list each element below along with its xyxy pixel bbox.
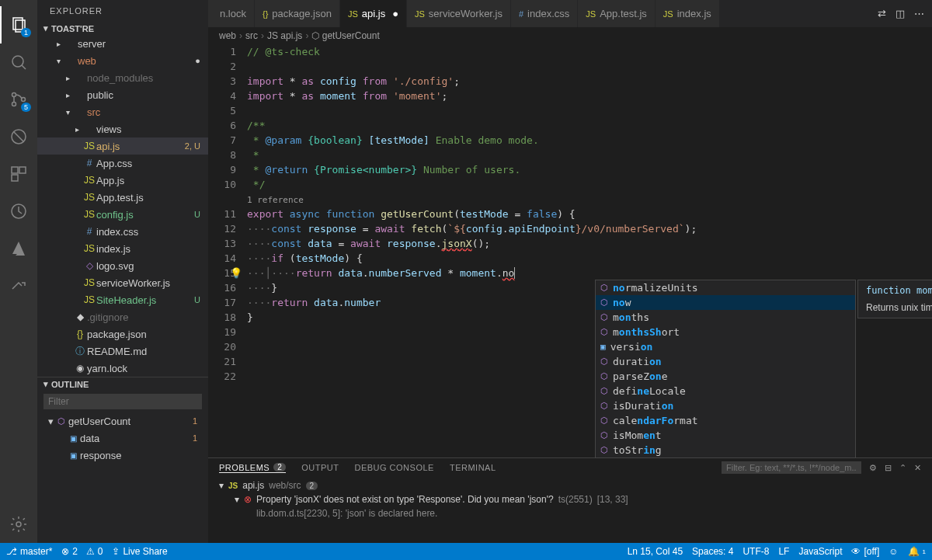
tree-item-index-css[interactable]: #index.css [37, 223, 208, 240]
panel-tab-problems[interactable]: PROBLEMS 2 [219, 463, 286, 473]
close-icon[interactable]: ✕ [914, 463, 921, 473]
activity-azure-icon[interactable] [0, 230, 37, 267]
project-header[interactable]: ▾TOAST'RE [37, 22, 208, 35]
activity-explorer-icon[interactable]: 1 [0, 6, 37, 43]
split-icon[interactable]: ◫ [895, 8, 905, 19]
chevron-up-icon[interactable]: ⌃ [899, 463, 906, 473]
activity-settings-icon[interactable] [0, 506, 37, 543]
tab-api-js[interactable]: JSapi.js● [340, 0, 407, 27]
panel-filter-input[interactable] [722, 461, 861, 474]
outline-item-data[interactable]: ▣data1 [37, 430, 208, 447]
tree-item-api-js[interactable]: JSapi.js2, U [37, 137, 208, 155]
suggest-item-version[interactable]: ▣version [596, 339, 855, 354]
tree-item-public[interactable]: ▸public [37, 86, 208, 103]
tree-item-views[interactable]: ▸views [37, 120, 208, 137]
svg-point-5 [12, 103, 16, 106]
sidebar-title: EXPLORER [37, 0, 208, 22]
activity-debug-icon[interactable] [0, 118, 37, 155]
filter-icon[interactable]: ⚙ [869, 463, 877, 473]
svg-rect-9 [12, 167, 18, 173]
suggest-item-isDuration[interactable]: ⬡isDuration [596, 398, 855, 413]
tree-item-serviceWorker-js[interactable]: JSserviceWorker.js [37, 274, 208, 291]
tab-serviceWorker-js[interactable]: JSserviceWorker.js [407, 0, 511, 27]
editor-area: n.lock{}package.jsonJSapi.js●JSserviceWo… [208, 0, 932, 543]
compare-icon[interactable]: ⇄ [878, 8, 886, 19]
svg-rect-10 [19, 167, 26, 173]
suggest-item-isMoment[interactable]: ⬡isMoment [596, 428, 855, 443]
tree-item-App-test-js[interactable]: JSApp.test.js [37, 189, 208, 206]
tab-index-css[interactable]: #index.css [511, 0, 578, 27]
status-branch[interactable]: ⎇ master* [6, 546, 52, 557]
suggest-item-calendarFormat[interactable]: ⬡calendarFormat [596, 413, 855, 428]
suggest-doc-widget: ✕ function moment.now(): number Returns … [857, 280, 932, 318]
tree-item-SiteHeader-js[interactable]: JSSiteHeader.jsU [37, 291, 208, 308]
status-ts[interactable]: 👁 [off] [851, 546, 879, 557]
tab-n-lock[interactable]: n.lock [208, 0, 255, 27]
tree-item--gitignore[interactable]: ◆.gitignore [37, 308, 208, 325]
suggest-item-duration[interactable]: ⬡duration [596, 354, 855, 369]
file-tree: ▸server▾web●▸node_modules▸public▾src▸vie… [37, 35, 208, 377]
status-feedback-icon[interactable]: ☺ [889, 546, 898, 557]
status-eol[interactable]: LF [778, 546, 789, 557]
outline-header[interactable]: ▾OUTLINE [37, 377, 208, 391]
status-indent[interactable]: Spaces: 4 [692, 546, 733, 557]
panel-tab-output[interactable]: OUTPUT [301, 463, 339, 472]
tree-item-web[interactable]: ▾web● [37, 52, 208, 69]
suggest-widget[interactable]: ⬡normalizeUnits⬡now⬡months⬡monthsShort▣v… [595, 280, 856, 458]
sidebar: EXPLORER ▾TOAST'RE ▸server▾web●▸node_mod… [37, 0, 208, 543]
panel-tabs: PROBLEMS 2OUTPUTDEBUG CONSOLETERMINAL⚙⊟⌃… [208, 458, 932, 477]
doc-description: Returns unix time in milliseconds. Overw… [866, 302, 932, 313]
activity-extensions-icon[interactable] [0, 155, 37, 193]
suggest-item-monthsShort[interactable]: ⬡monthsShort [596, 325, 855, 339]
activity-bar: 1 5 [0, 0, 37, 543]
tree-item-App-css[interactable]: #App.css [37, 155, 208, 172]
outline-item-getUserCount[interactable]: ▾⬡getUserCount1 [37, 412, 208, 430]
tree-item-yarn-lock[interactable]: ◉yarn.lock [37, 360, 208, 377]
tab-App-test-js[interactable]: JSApp.test.js [578, 0, 656, 27]
status-problems[interactable]: ⊗ 2 ⚠ 0 [61, 546, 103, 557]
doc-signature: function moment.now(): number [866, 285, 932, 296]
suggest-item-defineLocale[interactable]: ⬡defineLocale [596, 384, 855, 398]
tree-item-README-md[interactable]: ⓘREADME.md [37, 343, 208, 360]
tree-item-package-json[interactable]: {}package.json [37, 325, 208, 343]
tree-item-node_modules[interactable]: ▸node_modules [37, 69, 208, 86]
tree-item-server[interactable]: ▸server [37, 35, 208, 52]
collapse-icon[interactable]: ⊟ [885, 463, 892, 473]
status-language[interactable]: JavaScript [798, 546, 842, 557]
status-cursor-pos[interactable]: Ln 15, Col 45 [628, 546, 683, 557]
activity-share-icon[interactable] [0, 267, 37, 304]
panel-tab-debug-console[interactable]: DEBUG CONSOLE [354, 463, 433, 472]
suggest-item-toString[interactable]: ⬡toString [596, 443, 855, 457]
activity-item-icon[interactable] [0, 193, 37, 230]
problem-related[interactable]: lib.dom.d.ts[2230, 5]: 'json' is declare… [219, 506, 921, 520]
tab-index-js[interactable]: JSindex.js [656, 0, 720, 27]
svg-point-4 [12, 93, 16, 97]
bottom-panel: PROBLEMS 2OUTPUTDEBUG CONSOLETERMINAL⚙⊟⌃… [208, 457, 932, 543]
status-liveshare[interactable]: ⇪ Live Share [112, 546, 167, 557]
suggest-item-normalizeUnits[interactable]: ⬡normalizeUnits [596, 280, 855, 295]
editor-tabs: n.lock{}package.jsonJSapi.js●JSserviceWo… [208, 0, 932, 27]
problem-file-row[interactable]: ▾ JS api.js web/src 2 [219, 478, 921, 492]
status-bell-icon[interactable]: 🔔1 [908, 546, 926, 557]
tree-item-App-js[interactable]: JSApp.js [37, 172, 208, 189]
activity-search-icon[interactable] [0, 43, 37, 81]
tree-item-index-js[interactable]: JSindex.js [37, 240, 208, 257]
tree-item-config-js[interactable]: JSconfig.jsU [37, 206, 208, 223]
tree-item-logo-svg[interactable]: ◇logo.svg [37, 257, 208, 274]
breadcrumb[interactable]: web›src›JS api.js›⬡ getUserCount [208, 27, 932, 44]
suggest-item-parseZone[interactable]: ⬡parseZone [596, 369, 855, 384]
outline-filter-input[interactable] [43, 394, 202, 409]
suggest-item-now[interactable]: ⬡now [596, 295, 855, 310]
activity-scm-icon[interactable]: 5 [0, 81, 37, 118]
error-icon: ⊗ [244, 494, 252, 505]
svg-rect-11 [12, 175, 18, 181]
tree-item-src[interactable]: ▾src [37, 103, 208, 120]
problem-item[interactable]: ▾ ⊗ Property 'jsonX' does not exist on t… [219, 492, 921, 506]
svg-line-8 [14, 132, 23, 141]
more-icon[interactable]: ⋯ [914, 8, 924, 19]
panel-tab-terminal[interactable]: TERMINAL [450, 463, 496, 472]
status-encoding[interactable]: UTF-8 [742, 546, 769, 557]
outline-item-response[interactable]: ▣response [37, 447, 208, 464]
suggest-item-months[interactable]: ⬡months [596, 310, 855, 325]
tab-package-json[interactable]: {}package.json [255, 0, 340, 27]
